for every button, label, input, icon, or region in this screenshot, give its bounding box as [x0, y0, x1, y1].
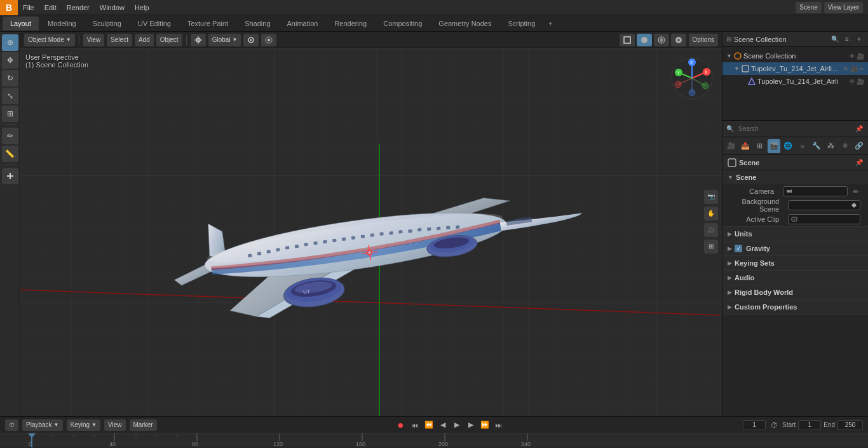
- frame-time-icon[interactable]: ⏱: [768, 419, 780, 431]
- tl-prev-keyframe[interactable]: ◀: [437, 419, 449, 431]
- select-menu[interactable]: Select: [107, 34, 132, 46]
- nav-video[interactable]: 🎥: [704, 223, 718, 237]
- shading-rendered[interactable]: [671, 34, 686, 46]
- prop-physics-icon[interactable]: ⚛: [838, 139, 851, 153]
- tl-step-back[interactable]: ⏪: [423, 419, 435, 431]
- tool-annotate[interactable]: ✏: [2, 128, 18, 144]
- prop-world-icon[interactable]: 🌐: [782, 139, 794, 153]
- rigid-body-header[interactable]: ▶ Rigid Body World: [722, 285, 868, 299]
- menu-help[interactable]: Help: [130, 0, 154, 15]
- tab-modeling[interactable]: Modeling: [40, 17, 84, 31]
- prop-constraints-icon[interactable]: 🔗: [853, 139, 865, 153]
- tree-item-tu214-mesh[interactable]: ▶ Tupolev_Tu_214_Jet_Airli 👁 🎥: [722, 75, 868, 88]
- keying-btn[interactable]: Keying ▼: [67, 419, 101, 431]
- collection-filter-icon[interactable]: ≡: [842, 34, 852, 44]
- menu-file[interactable]: File: [18, 0, 39, 15]
- tl-next-keyframe[interactable]: ▶: [465, 419, 477, 431]
- prop-output-icon[interactable]: 📤: [739, 139, 752, 153]
- tree-mesh-render[interactable]: 🎥: [857, 78, 864, 85]
- tree-item-render[interactable]: 🎥: [857, 53, 864, 60]
- snap-toggle[interactable]: [243, 34, 259, 46]
- mode-selector[interactable]: Object Mode ▼: [24, 34, 75, 46]
- viewport-canvas[interactable]: UT: [20, 48, 722, 416]
- tl-jump-start[interactable]: ⏮: [409, 419, 421, 431]
- camera-value[interactable]: [783, 186, 848, 196]
- shading-solid[interactable]: [637, 34, 652, 46]
- tab-scripting[interactable]: Scripting: [500, 17, 543, 31]
- gravity-checkbox[interactable]: ✓: [735, 245, 742, 252]
- scene-pin[interactable]: 📌: [855, 159, 863, 166]
- tool-cursor[interactable]: ⊕: [2, 34, 18, 51]
- prop-render-icon[interactable]: 🎥: [725, 139, 738, 153]
- tab-uv-editing[interactable]: UV Editing: [130, 17, 179, 31]
- tree-item-tu214-collection[interactable]: ▼ Tupolev_Tu_214_Jet_Airliner_F 👁 🎥 ✏: [722, 62, 868, 75]
- prop-view-layer-icon[interactable]: ⊞: [754, 139, 766, 153]
- timeline-ruler[interactable]: 0 40 80 120 160 200 240: [0, 433, 868, 447]
- view-menu[interactable]: View: [83, 34, 105, 46]
- transform-pivot[interactable]: [191, 34, 206, 46]
- viewport-3d[interactable]: Object Mode ▼ View Select Add Object Glo…: [20, 32, 722, 416]
- tool-measure[interactable]: 📏: [2, 146, 18, 162]
- background-scene-value[interactable]: [788, 200, 860, 210]
- options-menu[interactable]: Options: [689, 34, 718, 46]
- tab-compositing[interactable]: Compositing: [376, 17, 430, 31]
- gravity-section-header[interactable]: ▶ ✓ Gravity: [722, 241, 868, 255]
- keying-sets-header[interactable]: ▶ Keying Sets: [722, 256, 868, 270]
- shading-material[interactable]: [654, 34, 669, 46]
- units-section-header[interactable]: ▶ Units: [722, 227, 868, 241]
- tool-rotate[interactable]: ↻: [2, 70, 18, 86]
- nav-hand[interactable]: ✋: [704, 207, 718, 221]
- tab-sculpting[interactable]: Sculpting: [85, 17, 129, 31]
- end-frame-input[interactable]: [837, 420, 863, 430]
- menu-render[interactable]: Render: [62, 0, 95, 15]
- tl-record[interactable]: ⏺: [395, 419, 407, 431]
- tab-rendering[interactable]: Rendering: [327, 17, 374, 31]
- prop-scene-icon[interactable]: 🎬: [768, 139, 780, 153]
- scene-section-header[interactable]: ▼ Scene: [722, 170, 868, 184]
- tree-tu214-edit[interactable]: ✏: [859, 65, 864, 72]
- tree-tu214-render[interactable]: 🎥: [850, 65, 858, 72]
- tab-texture-paint[interactable]: Texture Paint: [180, 17, 236, 31]
- tool-transform[interactable]: ⊞: [2, 105, 18, 122]
- timeline-view-btn[interactable]: View: [104, 419, 126, 431]
- tab-geometry-nodes[interactable]: Geometry Nodes: [431, 17, 499, 31]
- add-menu[interactable]: Add: [135, 34, 154, 46]
- shading-wireframe[interactable]: [620, 34, 635, 46]
- playback-btn[interactable]: Playback ▼: [22, 419, 63, 431]
- collection-search-icon[interactable]: 🔍: [830, 34, 840, 44]
- active-clip-value[interactable]: [788, 214, 860, 224]
- prop-particles-icon[interactable]: ⁂: [824, 139, 837, 153]
- tree-item-scene[interactable]: ▼ Scene Collection 👁 🎥: [722, 50, 868, 62]
- tl-jump-end[interactable]: ⏭: [493, 419, 505, 431]
- prop-object-icon[interactable]: ○: [796, 139, 808, 153]
- camera-edit-icon[interactable]: ✏: [851, 187, 860, 196]
- nav-image[interactable]: ⊞: [704, 240, 718, 254]
- tool-add-object[interactable]: [2, 168, 18, 184]
- audio-section-header[interactable]: ▶ Audio: [722, 271, 868, 285]
- scene-selector[interactable]: Scene: [796, 2, 821, 13]
- current-frame-input[interactable]: [743, 420, 766, 430]
- start-frame-input[interactable]: [798, 420, 821, 430]
- menu-window[interactable]: Window: [95, 0, 130, 15]
- menu-edit[interactable]: Edit: [39, 0, 62, 15]
- transform-orientation[interactable]: Global ▼: [208, 34, 241, 46]
- timeline-type-btn[interactable]: ⏱: [5, 419, 18, 431]
- tab-layout[interactable]: Layout: [3, 17, 39, 31]
- tree-mesh-visibility[interactable]: 👁: [849, 78, 855, 85]
- nav-camera[interactable]: 📷: [704, 190, 718, 204]
- add-workspace-tab[interactable]: +: [544, 17, 557, 30]
- tool-move[interactable]: ✥: [2, 52, 18, 69]
- proportional-edit[interactable]: [261, 34, 276, 46]
- tab-animation[interactable]: Animation: [280, 17, 326, 31]
- tab-shading[interactable]: Shading: [237, 17, 278, 31]
- marker-btn[interactable]: Marker: [130, 419, 157, 431]
- collection-add-icon[interactable]: +: [854, 34, 864, 44]
- custom-properties-header[interactable]: ▶ Custom Properties: [722, 300, 868, 314]
- prop-modifier-icon[interactable]: 🔧: [810, 139, 823, 153]
- properties-search-input[interactable]: [736, 123, 851, 135]
- tl-play[interactable]: ▶: [451, 419, 463, 431]
- render-engine[interactable]: View Layer: [824, 2, 863, 13]
- tree-tu214-visibility[interactable]: 👁: [843, 65, 849, 72]
- tree-item-eye[interactable]: 👁: [849, 53, 855, 60]
- navigation-gizmo[interactable]: Z X Y: [670, 56, 714, 100]
